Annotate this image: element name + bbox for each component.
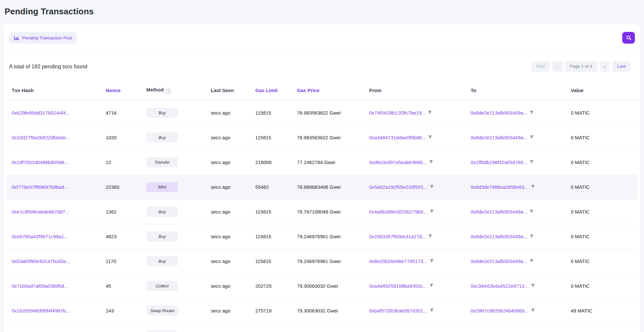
- table-row: 0x7cb5ad7af00a03695d... 45 Collect secs …: [7, 273, 637, 298]
- filter-icon[interactable]: [428, 110, 432, 116]
- to-address-link[interactable]: 0x8de2e213afb503449a...: [471, 209, 527, 214]
- method-cell: Buy: [144, 249, 208, 273]
- filter-icon[interactable]: [531, 184, 535, 190]
- pagination-next-button[interactable]: ›: [600, 61, 610, 72]
- header-nonce[interactable]: Nonce: [103, 80, 144, 100]
- from-cell: 0x74f0429b12f3fc7be19...: [367, 100, 468, 125]
- method-badge: Buy: [146, 108, 178, 118]
- txn-hash-link[interactable]: 0x629fe95dd317b0244f4...: [12, 110, 70, 116]
- summary-row: A total of 182 pending txns found First …: [4, 52, 640, 80]
- header-to: To: [468, 80, 568, 100]
- gas-limit-cell: 216000: [253, 150, 294, 174]
- filter-icon[interactable]: [531, 283, 535, 289]
- to-address-link[interactable]: 0x8de2e213afb503449a...: [471, 110, 527, 116]
- nonce-cell: 22383: [103, 174, 144, 199]
- header-from: From: [367, 80, 468, 100]
- filter-icon[interactable]: [530, 258, 534, 264]
- txn-hash-link[interactable]: 0xe1c9f94fcabde6b7dd7...: [12, 209, 69, 214]
- gas-price-cell: 79.246976961 Gwei: [294, 224, 367, 249]
- txn-hash-cell: 0x7cb5ad7af00a03695d...: [7, 273, 103, 298]
- pagination-last-button[interactable]: Last: [612, 61, 630, 72]
- method-cell: Swap Router: [144, 298, 208, 323]
- table-row: 0xf779e57ff89697b9ba9... 22383 Mint secs…: [7, 174, 637, 199]
- filter-icon[interactable]: [430, 184, 434, 190]
- txn-hash-link[interactable]: 0x7cb5ad7af00a03695d...: [12, 283, 68, 289]
- gas-price-cell: 79.30063032 Gwei: [294, 298, 367, 323]
- filter-icon[interactable]: [530, 110, 534, 116]
- filter-icon[interactable]: [530, 159, 534, 165]
- method-cell: Collect: [144, 273, 208, 298]
- from-address-link[interactable]: 0x4a6b3d8e3025b279b5...: [369, 209, 427, 214]
- to-address-link[interactable]: 0xc36442b4a4522e8713...: [471, 283, 529, 289]
- from-address-link[interactable]: 0xd6c0cd97e5eab63666...: [369, 159, 427, 165]
- header-gas-limit[interactable]: Gas Limit: [253, 80, 294, 100]
- pagination: First ‹ Page 1 of 4 › Last: [531, 61, 630, 72]
- txn-hash-link[interactable]: 0x2d327f9a2b822dfa5de...: [12, 135, 70, 140]
- from-address-link[interactable]: 0x8e20b26e96e7785173...: [369, 258, 427, 264]
- from-cell: 0xbaf57282fea6357d301...: [367, 298, 468, 323]
- to-address-link[interactable]: 0xdd3de7666ca2856e63...: [471, 184, 529, 190]
- last-seen-cell: secs ago: [208, 249, 253, 273]
- search-button[interactable]: [622, 32, 635, 44]
- filter-icon[interactable]: [530, 234, 534, 239]
- gas-limit-cell: 115815: [253, 125, 294, 150]
- from-address-link[interactable]: 0x74f0429b12f3fc7be19...: [369, 110, 425, 116]
- info-icon[interactable]: i: [166, 89, 171, 94]
- filter-icon[interactable]: [530, 135, 534, 140]
- to-cell: 0x8de2e213afb503449a...: [468, 224, 568, 249]
- value-cell: 0 MATIC: [568, 199, 637, 224]
- value-cell: 0.00001 MATIC: [568, 323, 637, 332]
- method-cell: Transfer: [144, 150, 208, 174]
- from-cell: 0x82464924c7270ac920...: [367, 323, 468, 332]
- from-address-link[interactable]: 0xa3484731ddae0f0b88...: [369, 135, 426, 140]
- to-cell: 0xc36442b4a4522e8713...: [468, 273, 568, 298]
- txn-hash-link[interactable]: 0xeb785a43f9871c98a1...: [12, 234, 68, 239]
- txn-hash-link[interactable]: 0xf779e57ff89697b9ba9...: [12, 184, 68, 190]
- txn-hash-cell: 0x2d327f9a2b822dfa5de...: [7, 125, 103, 150]
- to-cell: 0x330701c2703382b0fb...: [468, 323, 568, 332]
- last-seen-cell: secs ago: [208, 199, 253, 224]
- card-header: Pending Transaction Pool: [4, 24, 640, 52]
- filter-icon[interactable]: [428, 234, 432, 239]
- gas-limit-cell: 202725: [253, 273, 294, 298]
- from-address-link[interactable]: 0xa4d49259188ba9353c...: [369, 283, 427, 289]
- txn-hash-cell: 0xcb38317ff022b0afae3...: [7, 323, 103, 332]
- txn-hash-link[interactable]: 0x162b5949395f4f4987b...: [12, 308, 70, 313]
- filter-icon[interactable]: [530, 209, 534, 214]
- gas-price-cell: 78.767108048 Gwei: [294, 199, 367, 224]
- pending-transaction-pool-button[interactable]: Pending Transaction Pool: [9, 32, 77, 44]
- filter-icon[interactable]: [531, 308, 535, 313]
- table-row: 0x629fe95dd317b0244f4... 4716 Buy secs a…: [7, 100, 637, 125]
- from-address-link[interactable]: 0x5a52a192f55e233f555...: [369, 184, 427, 190]
- filter-icon[interactable]: [429, 283, 434, 289]
- header-gas-price[interactable]: Gas Price: [294, 80, 367, 100]
- area-chart-icon: [14, 36, 19, 40]
- gas-price-cell: 78.889683408 Gwei: [294, 174, 367, 199]
- txn-hash-link[interactable]: 0x03a05f69c62c470cd3e...: [12, 258, 70, 264]
- from-address-link[interactable]: 0x2063357f656e31a27d...: [369, 234, 426, 239]
- header-last-seen: Last Seen: [208, 80, 253, 100]
- txn-hash-link[interactable]: 0x18f7002d0486b80588...: [12, 159, 68, 165]
- filter-icon[interactable]: [430, 258, 434, 264]
- pagination-first-button[interactable]: First: [531, 61, 550, 72]
- nonce-cell: 1170: [103, 249, 144, 273]
- method-badge: Buy: [146, 207, 178, 217]
- from-address-link[interactable]: 0xbaf57282fea6357d301...: [369, 308, 427, 313]
- method-cell: Transfer: [144, 323, 208, 332]
- filter-icon[interactable]: [428, 135, 432, 140]
- to-address-link[interactable]: 0x8de2e213afb503449a...: [471, 258, 527, 264]
- header-method: Methodi: [144, 80, 208, 100]
- filter-icon[interactable]: [429, 159, 433, 165]
- to-address-link[interactable]: 0x8de2e213afb503449a...: [471, 135, 527, 140]
- to-address-link[interactable]: 0x2887c9820624645869...: [471, 308, 529, 313]
- to-address-link[interactable]: 0x1ff0db198f42a054780...: [471, 159, 527, 165]
- to-cell: 0x1ff0db198f42a054780...: [468, 150, 568, 174]
- table-row: 0x2d327f9a2b822dfa5de... 1020 Buy secs a…: [7, 125, 637, 150]
- to-address-link[interactable]: 0x8de2e213afb503449a...: [471, 234, 527, 239]
- gas-price-cell: 79.30063032 Gwei: [294, 273, 367, 298]
- to-cell: 0x8de2e213afb503449a...: [468, 100, 568, 125]
- filter-icon[interactable]: [430, 209, 434, 214]
- filter-icon[interactable]: [430, 308, 434, 313]
- pagination-prev-button[interactable]: ‹: [552, 61, 562, 72]
- method-cell: Buy: [144, 199, 208, 224]
